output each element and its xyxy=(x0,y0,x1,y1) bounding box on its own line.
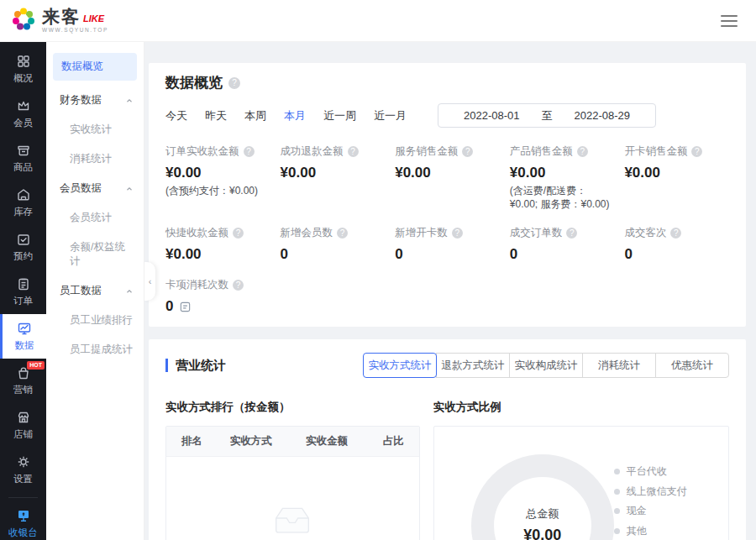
stat-label: 快捷收款金额 xyxy=(165,226,228,240)
business-stats-card: 营业统计 实收方式统计 退款方式统计 实收构成统计 消耗统计 优惠统计 实收方式… xyxy=(149,339,746,540)
stat-value: 0 xyxy=(165,298,173,315)
ratio-title: 实收方式比例 xyxy=(433,400,729,415)
submenu-item-member-stats[interactable]: 会员统计 xyxy=(53,203,137,233)
chart-legend: 平台代收 线上微信支付 现金 其他 微信（记账） 支付宝（记账） POS机（记账… xyxy=(614,464,698,540)
stat-label: 服务销售金额 xyxy=(395,144,458,159)
stat-deal-orders: 成交订单数? 0 xyxy=(510,226,615,263)
clipboard-icon xyxy=(16,276,31,291)
stat-card-consume-count: 卡项消耗次数? 0 xyxy=(165,278,270,315)
date-from[interactable]: 2022-08-01 xyxy=(464,109,520,122)
date-filter-row: 今天 昨天 本周 本月 近一周 近一月 2022-08-01 至 2022-08… xyxy=(165,103,729,128)
help-icon[interactable]: ? xyxy=(670,228,681,239)
sidebar-item-settings[interactable]: 设置 xyxy=(0,448,46,492)
donut-center-value: ¥0.00 xyxy=(496,527,589,540)
legend-item[interactable]: 其他 xyxy=(614,524,698,538)
box-icon xyxy=(16,143,31,158)
submenu-item-consume-stats[interactable]: 消耗统计 xyxy=(53,144,137,174)
stat-value: ¥0.00 xyxy=(281,165,386,181)
tab-consume-stats[interactable]: 消耗统计 xyxy=(582,353,656,378)
sidebar-item-label: 店铺 xyxy=(13,428,33,441)
stat-label: 成交订单数 xyxy=(510,226,563,240)
help-icon[interactable]: ? xyxy=(348,146,359,157)
sidebar-item-shop[interactable]: 店铺 xyxy=(0,403,46,448)
stat-label: 订单实收款金额 xyxy=(165,144,239,159)
data-overview-card: 数据概览 ? 今天 昨天 本周 本月 近一周 近一月 2022-08-01 至 … xyxy=(149,63,746,327)
tab-income-composition-stats[interactable]: 实收构成统计 xyxy=(509,353,583,378)
sidebar-item-data[interactable]: 数据 xyxy=(0,314,46,359)
stat-label: 开卡销售金额 xyxy=(624,144,687,159)
stat-value: ¥0.00 xyxy=(165,246,270,263)
rank-title: 实收方式排行（按金额） xyxy=(165,400,420,415)
crown-icon xyxy=(16,98,31,113)
stats-tabs: 实收方式统计 退款方式统计 实收构成统计 消耗统计 优惠统计 xyxy=(364,353,729,378)
donut-center-label: 总金额 xyxy=(496,506,589,522)
help-icon[interactable]: ? xyxy=(452,228,463,239)
legend-item[interactable]: 线上微信支付 xyxy=(614,485,698,499)
filter-last-month[interactable]: 近一月 xyxy=(374,108,407,123)
sidebar-item-orders[interactable]: 订单 xyxy=(0,270,46,314)
menu-toggle-icon[interactable] xyxy=(721,15,738,27)
help-icon[interactable]: ? xyxy=(337,228,348,239)
submenu-item-label: 员工业绩排行 xyxy=(70,314,133,326)
submenu-item-income-stats[interactable]: 实收统计 xyxy=(53,115,137,144)
stat-value: ¥0.00 xyxy=(395,165,500,181)
submenu-item-staff-ranking[interactable]: 员工业绩排行 xyxy=(53,306,137,335)
rank-table-panel: 排名 实收方式 实收金额 占比 暂无数据 xyxy=(165,426,420,540)
filter-this-month[interactable]: 本月 xyxy=(284,108,306,123)
submenu-group-label: 会员数据 xyxy=(60,181,102,196)
sidebar-item-products[interactable]: 商品 xyxy=(0,136,46,181)
submenu-group-staff[interactable]: 员工数据 xyxy=(53,276,137,306)
filter-today[interactable]: 今天 xyxy=(165,108,187,123)
submenu-item-balance-stats[interactable]: 余额/权益统计 xyxy=(53,233,137,276)
stat-card-sales: 开卡销售金额? ¥0.00 xyxy=(624,144,729,211)
ratio-chart-panel: 总金额 ¥0.00 平台代收 线上微信支付 现金 其他 微信（记账） 支付宝（记… xyxy=(433,426,729,540)
sidebar-collapse-handle[interactable]: ‹ xyxy=(144,262,155,301)
help-icon[interactable]: ? xyxy=(462,146,473,157)
legend-item[interactable]: 现金 xyxy=(614,504,698,518)
sidebar-item-overview[interactable]: 概况 xyxy=(0,47,46,92)
logo-url: WWW.SQYUN.TOP xyxy=(42,28,108,34)
tab-refund-method-stats[interactable]: 退款方式统计 xyxy=(436,353,510,378)
stat-value: ¥0.00 xyxy=(510,165,615,181)
help-icon[interactable]: ? xyxy=(228,77,240,89)
detail-document-icon[interactable] xyxy=(179,301,192,313)
warehouse-icon xyxy=(16,187,31,202)
help-icon[interactable]: ? xyxy=(691,146,702,157)
help-icon[interactable]: ? xyxy=(577,146,588,157)
submenu-group-label: 财务数据 xyxy=(60,93,102,107)
logo-name-en: LIKE xyxy=(83,14,104,25)
stat-quick-payment: 快捷收款金额? ¥0.00 xyxy=(165,226,270,263)
help-icon[interactable]: ? xyxy=(566,228,577,239)
date-range-picker[interactable]: 2022-08-01 至 2022-08-29 xyxy=(438,103,656,128)
date-to[interactable]: 2022-08-29 xyxy=(575,109,631,122)
stat-label: 卡项消耗次数 xyxy=(165,278,228,292)
legend-item[interactable]: 平台代收 xyxy=(614,464,698,479)
submenu-item-label: 员工提成统计 xyxy=(70,343,133,355)
storefront-icon xyxy=(16,410,31,425)
sidebar-item-marketing[interactable]: HOT 营销 xyxy=(0,359,46,403)
submenu-group-label: 员工数据 xyxy=(60,284,102,298)
help-icon[interactable]: ? xyxy=(233,228,244,239)
submenu-group-members[interactable]: 会员数据 xyxy=(53,174,137,203)
page-title: 数据概览 xyxy=(165,73,223,92)
submenu-item-staff-commission[interactable]: 员工提成统计 xyxy=(53,335,137,364)
sidebar-item-inventory[interactable]: 库存 xyxy=(0,181,46,225)
submenu-item-label: 实收统计 xyxy=(70,123,112,135)
sidebar-item-booking[interactable]: 预约 xyxy=(0,225,46,270)
legend-label: 平台代收 xyxy=(627,464,667,479)
submenu-item-data-overview[interactable]: 数据概览 xyxy=(53,53,137,81)
help-icon[interactable]: ? xyxy=(244,146,255,157)
chevron-up-icon xyxy=(125,97,134,105)
sidebar-item-cashier[interactable]: 收银台 xyxy=(0,501,46,540)
sidebar-item-members[interactable]: 会员 xyxy=(0,92,46,136)
filter-yesterday[interactable]: 昨天 xyxy=(205,108,227,123)
filter-last-week[interactable]: 近一周 xyxy=(323,108,356,123)
legend-dot-icon xyxy=(614,508,620,514)
tab-discount-stats[interactable]: 优惠统计 xyxy=(655,353,729,378)
submenu-group-finance[interactable]: 财务数据 xyxy=(53,86,137,115)
tab-payment-method-stats[interactable]: 实收方式统计 xyxy=(363,353,437,378)
filter-this-week[interactable]: 本周 xyxy=(244,108,266,123)
app-logo[interactable]: 来客 LIKE WWW.SQYUN.TOP xyxy=(10,6,108,36)
empty-state: 暂无数据 xyxy=(166,501,419,540)
help-icon[interactable]: ? xyxy=(233,280,244,291)
